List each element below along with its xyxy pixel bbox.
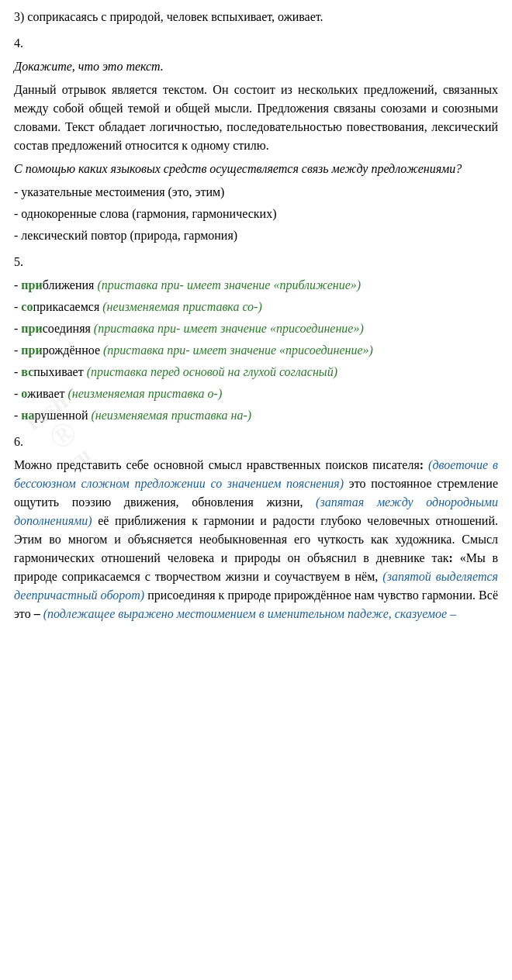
item-3-section: 3) соприкасаясь с природой, человек вспы… — [14, 8, 498, 26]
section-5: 5. - приближения (приставка при- имеет з… — [14, 253, 498, 425]
number-6: 6. — [14, 433, 498, 451]
word-1-dash: - — [14, 278, 21, 292]
word-5-comment: (приставка перед основой на глухой согла… — [87, 365, 337, 378]
word-6-comment: (неизменяемая приставка о-) — [67, 387, 222, 400]
word-3-line: - присоединяя (приставка при- имеет знач… — [14, 319, 498, 338]
para6-start: Можно представить себе основной смысл нр… — [14, 458, 420, 471]
means-item-3: - лексический повтор (природа, гармония) — [14, 226, 498, 245]
word-4-root: рождённое — [43, 343, 100, 357]
word-2-root: прикасаемся — [33, 300, 99, 313]
word-7-line: - нарушенной (неизменяемая приставка на-… — [14, 406, 498, 425]
section-6: 6. Можно представить себе основной смысл… — [14, 433, 498, 623]
word-2-line: - соприкасаемся (неизменяемая приставка … — [14, 298, 498, 316]
word-6-line: - оживает (неизменяемая приставка о-) — [14, 385, 498, 403]
word-4-dash: - — [14, 343, 21, 357]
word-2-prefix: со — [21, 300, 33, 313]
means-question: С помощью каких языковых средств осущест… — [14, 160, 498, 178]
number-5: 5. — [14, 253, 498, 271]
word-6-dash: - — [14, 387, 21, 400]
means-item-1: - указательные местоимения (это, этим) — [14, 183, 498, 202]
word-2-comment: (неизменяемая приставка со-) — [102, 300, 262, 313]
number-4: 4. — [14, 34, 498, 53]
word-4-prefix: при — [21, 343, 42, 357]
word-6-root: живает — [27, 387, 64, 400]
word-5-root: пыхивает — [33, 365, 83, 378]
section-4: 4. Докажите, что это текст. Данный отрыв… — [14, 34, 498, 245]
word-1-prefix: при — [21, 278, 42, 292]
word-4-line: - прирождённое (приставка при- имеет зна… — [14, 341, 498, 360]
word-7-dash: - — [14, 409, 21, 422]
word-7-comment: (неизменяемая приставка на-) — [91, 409, 251, 422]
proof-paragraph: Данный отрывок является текстом. Он сост… — [14, 81, 498, 155]
means-item-2: - однокоренные слова (гармония, гармонич… — [14, 205, 498, 223]
word-7-prefix: на — [21, 409, 34, 422]
word-1-line: - приближения (приставка при- имеет знач… — [14, 276, 498, 295]
word-5-prefix: вс — [21, 365, 33, 378]
prove-question: Докажите, что это текст. — [14, 57, 498, 76]
word-3-comment: (приставка при- имеет значение «присоеди… — [94, 322, 364, 335]
word-7-root: рушенной — [35, 409, 88, 422]
item-3-text: 3) соприкасаясь с природой, человек вспы… — [14, 8, 498, 26]
word-5-line: - вспыхивает (приставка перед основой на… — [14, 363, 498, 381]
word-3-prefix: при — [21, 322, 42, 335]
para-6-main: Можно представить себе основной смысл нр… — [14, 456, 498, 623]
para6-dash: – — [31, 607, 40, 620]
para6-comment4: (подлежащее выражено местоимением в имен… — [40, 607, 457, 620]
word-1-root: ближения — [43, 278, 95, 292]
word-4-comment: (приставка при- имеет значение «присоеди… — [103, 343, 373, 357]
word-3-dash: - — [14, 322, 21, 335]
word-2-dash: - — [14, 300, 21, 313]
word-3-root: соединяя — [43, 322, 91, 335]
word-5-dash: - — [14, 365, 21, 378]
word-1-comment: (приставка при- имеет значение «приближе… — [97, 278, 361, 292]
